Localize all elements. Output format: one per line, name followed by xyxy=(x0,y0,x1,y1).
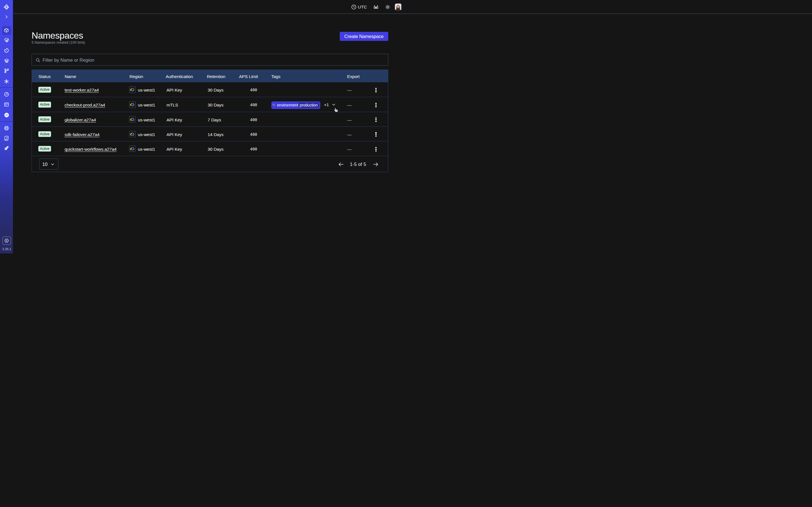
svg-text:$: $ xyxy=(6,239,8,242)
